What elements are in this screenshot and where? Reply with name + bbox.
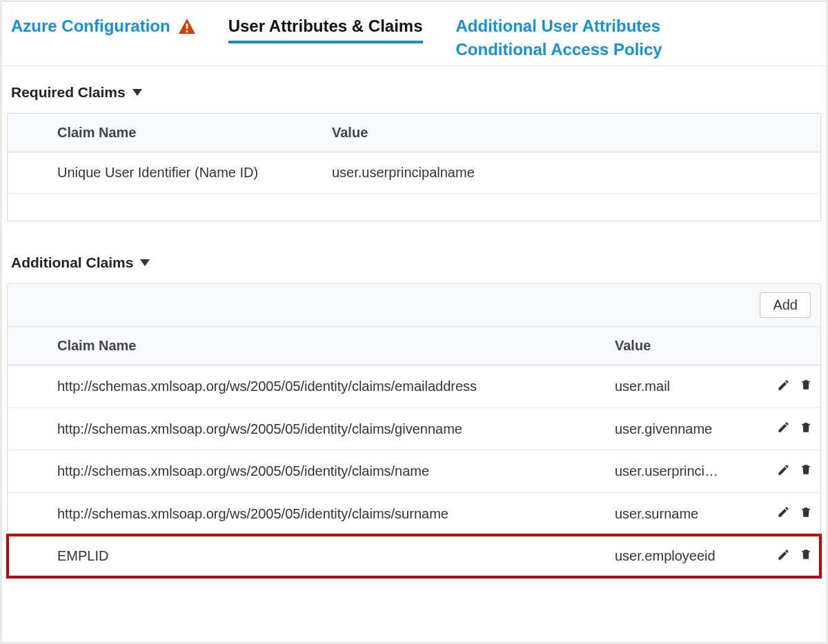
claim-name-cell: http://schemas.xmlsoap.org/ws/2005/05/id… bbox=[49, 407, 607, 450]
claim-value-cell: user.givenname bbox=[607, 407, 745, 450]
additional-claims-toolbar: Add bbox=[8, 284, 820, 327]
col-claim-name: Claim Name bbox=[49, 327, 607, 365]
edit-icon[interactable] bbox=[777, 548, 790, 561]
delete-icon[interactable] bbox=[800, 378, 812, 392]
claim-name-cell: EMPLID bbox=[49, 535, 607, 577]
edit-icon[interactable] bbox=[777, 421, 790, 434]
claim-value-cell: user.userprincipalname bbox=[324, 152, 820, 193]
table-row[interactable]: http://schemas.xmlsoap.org/ws/2005/05/id… bbox=[8, 450, 820, 493]
claim-value-cell: user.userprinci… bbox=[607, 450, 745, 493]
col-value: Value bbox=[324, 114, 820, 152]
warning-icon bbox=[179, 19, 195, 34]
section-title: Additional Claims bbox=[11, 254, 133, 271]
delete-icon[interactable] bbox=[800, 547, 812, 561]
edit-icon[interactable] bbox=[777, 379, 790, 392]
table-header-row: Claim Name Value bbox=[8, 114, 820, 152]
tab-bar: Azure Configuration User Attributes & Cl… bbox=[1, 1, 827, 66]
additional-claims-section: Additional Claims Add Claim Name Value bbox=[1, 228, 827, 585]
required-claims-table: Claim Name Value Unique User Identifier … bbox=[7, 113, 821, 222]
edit-icon[interactable] bbox=[777, 463, 790, 476]
additional-claims-header[interactable]: Additional Claims bbox=[7, 245, 821, 275]
claim-name-cell: Unique User Identifier (Name ID) bbox=[49, 152, 324, 193]
svg-rect-0 bbox=[186, 23, 188, 29]
claim-value-cell: user.employeeid bbox=[607, 535, 745, 577]
table-row[interactable]: Unique User Identifier (Name ID) user.us… bbox=[8, 152, 820, 193]
claim-name-cell: http://schemas.xmlsoap.org/ws/2005/05/id… bbox=[49, 492, 607, 535]
claim-name-cell: http://schemas.xmlsoap.org/ws/2005/05/id… bbox=[49, 450, 607, 493]
delete-icon[interactable] bbox=[800, 421, 812, 434]
claim-value-cell: user.mail bbox=[607, 365, 745, 408]
required-claims-header[interactable]: Required Claims bbox=[7, 74, 821, 105]
table-row[interactable]: EMPLID user.employeeid bbox=[8, 535, 820, 577]
svg-rect-1 bbox=[186, 30, 188, 32]
table-row[interactable]: http://schemas.xmlsoap.org/ws/2005/05/id… bbox=[8, 492, 820, 535]
tab-label: User Attributes & Claims bbox=[228, 15, 423, 37]
col-claim-name: Claim Name bbox=[49, 114, 324, 152]
claim-value-cell: user.surname bbox=[607, 492, 745, 535]
tab-additional-user-attributes[interactable]: Additional User Attributes bbox=[456, 15, 662, 37]
tab-conditional-access-policy[interactable]: Conditional Access Policy bbox=[456, 39, 662, 61]
additional-claims-table: Add Claim Name Value h bbox=[7, 283, 821, 578]
edit-icon[interactable] bbox=[777, 505, 790, 519]
tab-azure-configuration[interactable]: Azure Configuration bbox=[11, 15, 195, 37]
delete-icon[interactable] bbox=[800, 463, 812, 476]
caret-down-icon bbox=[132, 89, 142, 96]
add-button[interactable]: Add bbox=[760, 292, 811, 318]
delete-icon[interactable] bbox=[800, 505, 812, 519]
caret-down-icon bbox=[140, 259, 150, 266]
tab-user-attributes-claims[interactable]: User Attributes & Claims bbox=[228, 15, 423, 43]
table-header-row: Claim Name Value bbox=[8, 327, 820, 365]
tab-label: Azure Configuration bbox=[11, 15, 170, 37]
table-row[interactable]: http://schemas.xmlsoap.org/ws/2005/05/id… bbox=[8, 407, 820, 450]
claim-name-cell: http://schemas.xmlsoap.org/ws/2005/05/id… bbox=[49, 365, 607, 408]
tab-group-right: Additional User Attributes Conditional A… bbox=[456, 15, 662, 61]
section-title: Required Claims bbox=[11, 84, 126, 101]
col-value: Value bbox=[607, 327, 745, 365]
table-row[interactable]: http://schemas.xmlsoap.org/ws/2005/05/id… bbox=[8, 365, 820, 408]
required-claims-section: Required Claims Claim Name Value bbox=[1, 66, 827, 229]
